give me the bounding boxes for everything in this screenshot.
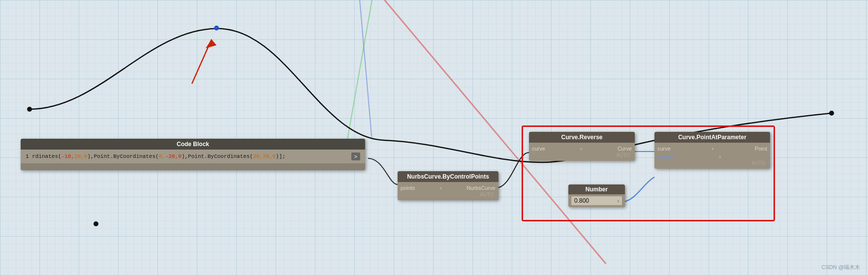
svg-point-3 xyxy=(27,107,32,112)
nurbs-auto: AUTO xyxy=(401,192,496,198)
curve-reverse-auto: AUTO xyxy=(532,153,632,159)
nurbs-port-in: points xyxy=(401,185,415,191)
number-value: 0.800 xyxy=(574,197,618,204)
code-block-node: Code Block 1 rdinates(-10,20,0),Point.By… xyxy=(21,139,365,170)
curve-reverse-port-row: curve › Curve xyxy=(532,145,632,153)
point-at-param-param-row: param › xyxy=(657,153,767,160)
nurbs-port-row: points › NurbsCurve xyxy=(401,184,496,192)
curve-reverse-port-out: Curve xyxy=(618,146,632,152)
number-output-arrow: › xyxy=(618,198,619,204)
curve-reverse-body: curve › Curve AUTO xyxy=(529,143,635,161)
number-node: Number 0.800 › xyxy=(568,184,625,207)
point-at-param-title: Curve.PointAtParameter xyxy=(654,132,770,143)
nurbs-node: NurbsCurve.ByControlPoints points › Nurb… xyxy=(398,171,498,200)
nurbs-port-arrow: › xyxy=(440,185,441,191)
curve-reverse-port-in: curve xyxy=(532,146,545,152)
svg-point-4 xyxy=(829,111,834,116)
curve-reverse-node: Curve.Reverse curve › Curve AUTO xyxy=(529,132,635,161)
point-at-param-auto: AUTO xyxy=(657,160,767,167)
svg-point-5 xyxy=(93,221,98,226)
curve-reverse-port-arrow: › xyxy=(581,146,582,152)
svg-marker-1 xyxy=(206,39,217,48)
number-body: 0.800 › xyxy=(568,194,625,207)
point-at-param-param-in: param xyxy=(657,153,673,159)
code-block-body: 1 rdinates(-10,20,0),Point.ByCoordinates… xyxy=(21,150,365,163)
nurbs-title: NurbsCurve.ByControlPoints xyxy=(398,171,498,182)
code-block-title: Code Block xyxy=(21,139,365,150)
number-title: Number xyxy=(568,184,625,194)
watermark: CSDN @嗝木木 xyxy=(822,264,860,271)
point-at-param-body: curve › Point param › AUTO xyxy=(654,143,770,169)
code-block-output[interactable]: > xyxy=(351,153,360,160)
point-at-param-node: Curve.PointAtParameter curve › Point par… xyxy=(654,132,770,169)
svg-point-2 xyxy=(214,26,219,31)
point-at-param-curve-row: curve › Point xyxy=(657,145,767,153)
number-input-row[interactable]: 0.800 › xyxy=(571,196,622,205)
code-block-text: 1 rdinates(-10,20,0),Point.ByCoordinates… xyxy=(26,153,285,159)
nurbs-body: points › NurbsCurve AUTO xyxy=(398,182,498,200)
point-at-param-curve-in: curve xyxy=(657,146,671,152)
nurbs-port-out: NurbsCurve xyxy=(466,185,496,191)
curve-reverse-title: Curve.Reverse xyxy=(529,132,635,143)
code-block-auto xyxy=(21,163,365,170)
point-at-param-curve-out: Point xyxy=(755,146,767,152)
